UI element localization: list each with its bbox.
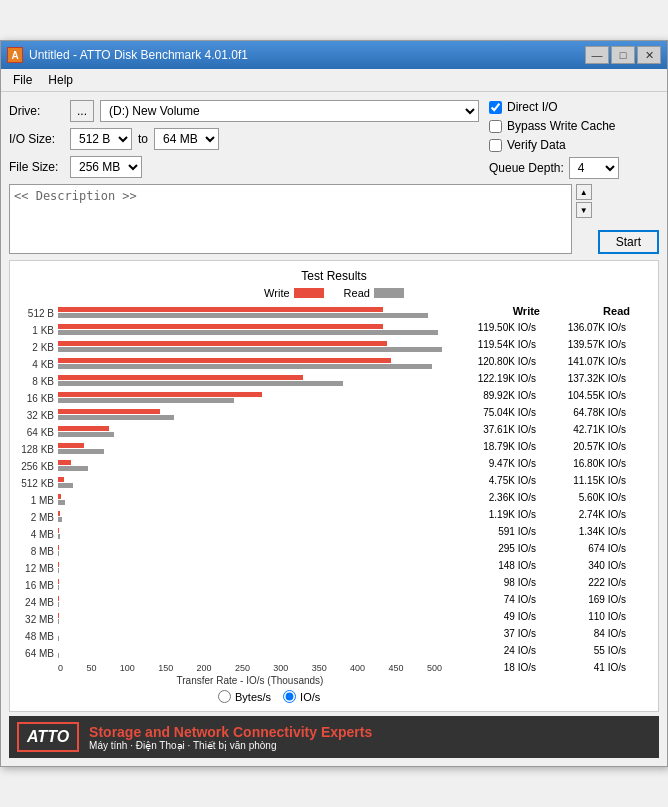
drive-label: Drive:	[9, 104, 64, 118]
bar-label: 1 KB	[18, 325, 58, 336]
read-legend: Read	[344, 287, 404, 299]
right-controls: Direct I/O Bypass Write Cache Verify Dat…	[479, 100, 659, 184]
bar-container	[58, 409, 442, 421]
file-size-select[interactable]: 256 MB 512 MB 1 GB	[70, 156, 142, 178]
result-row: 98 IO/s222 IO/s	[450, 574, 650, 590]
menu-file[interactable]: File	[5, 71, 40, 89]
read-bar	[58, 415, 174, 420]
close-button[interactable]: ✕	[637, 46, 661, 64]
top-section: Drive: ... (D:) New Volume I/O Size: 512…	[9, 100, 659, 184]
result-row: 37.61K IO/s42.71K IO/s	[450, 421, 650, 437]
bar-container	[58, 596, 442, 608]
read-value: 104.55K IO/s	[540, 390, 630, 401]
result-row: 89.92K IO/s104.55K IO/s	[450, 387, 650, 403]
write-value: 1.19K IO/s	[450, 509, 540, 520]
write-bar	[58, 375, 303, 380]
bar-label: 4 MB	[18, 529, 58, 540]
read-legend-color	[374, 288, 404, 298]
write-value: 24 IO/s	[450, 645, 540, 656]
write-bar	[58, 528, 59, 533]
write-value: 37 IO/s	[450, 628, 540, 639]
start-button[interactable]: Start	[598, 230, 659, 254]
browse-button[interactable]: ...	[70, 100, 94, 122]
verify-data-checkbox[interactable]	[489, 139, 502, 152]
queue-depth-label: Queue Depth:	[489, 161, 564, 175]
write-bar	[58, 409, 160, 414]
bar-label: 256 KB	[18, 461, 58, 472]
bar-label: 32 MB	[18, 614, 58, 625]
bar-label: 1 MB	[18, 495, 58, 506]
read-bar	[58, 517, 62, 522]
description-textarea[interactable]: << Description >>	[9, 184, 572, 254]
read-value: 674 IO/s	[540, 543, 630, 554]
io-size-from-select[interactable]: 512 B 1 KB 2 KB	[70, 128, 132, 150]
write-value: 591 IO/s	[450, 526, 540, 537]
description-container: << Description >> ▲ ▼	[9, 184, 592, 254]
write-bar	[58, 426, 109, 431]
direct-io-row: Direct I/O	[489, 100, 659, 114]
app-icon: A	[7, 47, 23, 63]
chart-row: 1 KB	[18, 322, 442, 338]
left-controls: Drive: ... (D:) New Volume I/O Size: 512…	[9, 100, 479, 184]
title-bar: A Untitled - ATTO Disk Benchmark 4.01.0f…	[1, 41, 667, 69]
io-size-to-select[interactable]: 64 MB 32 MB	[154, 128, 219, 150]
io-radio[interactable]	[283, 690, 296, 703]
bypass-write-checkbox[interactable]	[489, 120, 502, 133]
write-value: 49 IO/s	[450, 611, 540, 622]
write-value: 89.92K IO/s	[450, 390, 540, 401]
bar-label: 16 MB	[18, 580, 58, 591]
direct-io-checkbox[interactable]	[489, 101, 502, 114]
verify-data-label: Verify Data	[507, 138, 566, 152]
write-bar	[58, 460, 71, 465]
chart-row: 2 KB	[18, 339, 442, 355]
chart-row: 32 KB	[18, 407, 442, 423]
x-axis: 0 50 100 150 200 250 300 350 400 450 500	[18, 663, 442, 673]
write-bar	[58, 392, 262, 397]
result-row: 591 IO/s1.34K IO/s	[450, 523, 650, 539]
bar-container	[58, 579, 442, 591]
maximize-button[interactable]: □	[611, 46, 635, 64]
chart-row: 4 KB	[18, 356, 442, 372]
drive-select[interactable]: (D:) New Volume	[100, 100, 479, 122]
result-rows: 119.50K IO/s136.07K IO/s119.54K IO/s139.…	[450, 319, 650, 675]
write-value: 148 IO/s	[450, 560, 540, 571]
chart-row: 256 KB	[18, 458, 442, 474]
bytes-radio[interactable]	[218, 690, 231, 703]
bar-label: 24 MB	[18, 597, 58, 608]
chart-row: 16 KB	[18, 390, 442, 406]
footer-text-group: Storage and Network Connectivity Experts…	[89, 724, 372, 751]
scroll-up-button[interactable]: ▲	[576, 184, 592, 200]
bar-label: 12 MB	[18, 563, 58, 574]
chart-row: 2 MB	[18, 509, 442, 525]
read-bar	[58, 432, 114, 437]
read-bar	[58, 364, 432, 369]
queue-depth-select[interactable]: 4 1 2 8	[569, 157, 619, 179]
scroll-down-button[interactable]: ▼	[576, 202, 592, 218]
bar-container	[58, 392, 442, 404]
bar-label: 512 KB	[18, 478, 58, 489]
menu-help[interactable]: Help	[40, 71, 81, 89]
result-row: 119.54K IO/s139.57K IO/s	[450, 336, 650, 352]
read-bar	[58, 347, 442, 352]
result-row: 120.80K IO/s141.07K IO/s	[450, 353, 650, 369]
atto-logo: ATTO	[17, 722, 79, 752]
bar-container	[58, 494, 442, 506]
bar-container	[58, 562, 442, 574]
write-legend: Write	[264, 287, 323, 299]
bar-label: 64 KB	[18, 427, 58, 438]
bar-label: 2 MB	[18, 512, 58, 523]
result-row: 2.36K IO/s5.60K IO/s	[450, 489, 650, 505]
minimize-button[interactable]: —	[585, 46, 609, 64]
x-axis-title: Transfer Rate - IO/s (Thousands)	[18, 675, 442, 686]
read-value: 222 IO/s	[540, 577, 630, 588]
write-value: 2.36K IO/s	[450, 492, 540, 503]
results-panel: Write Read 119.50K IO/s136.07K IO/s119.5…	[450, 305, 650, 686]
result-row: 9.47K IO/s16.80K IO/s	[450, 455, 650, 471]
footer-main-text: Storage and Network Connectivity Experts	[89, 724, 372, 740]
result-row: 1.19K IO/s2.74K IO/s	[450, 506, 650, 522]
read-bar	[58, 551, 59, 556]
write-bar	[58, 341, 387, 346]
read-value: 137.32K IO/s	[540, 373, 630, 384]
bar-container	[58, 443, 442, 455]
main-content: Drive: ... (D:) New Volume I/O Size: 512…	[1, 92, 667, 766]
